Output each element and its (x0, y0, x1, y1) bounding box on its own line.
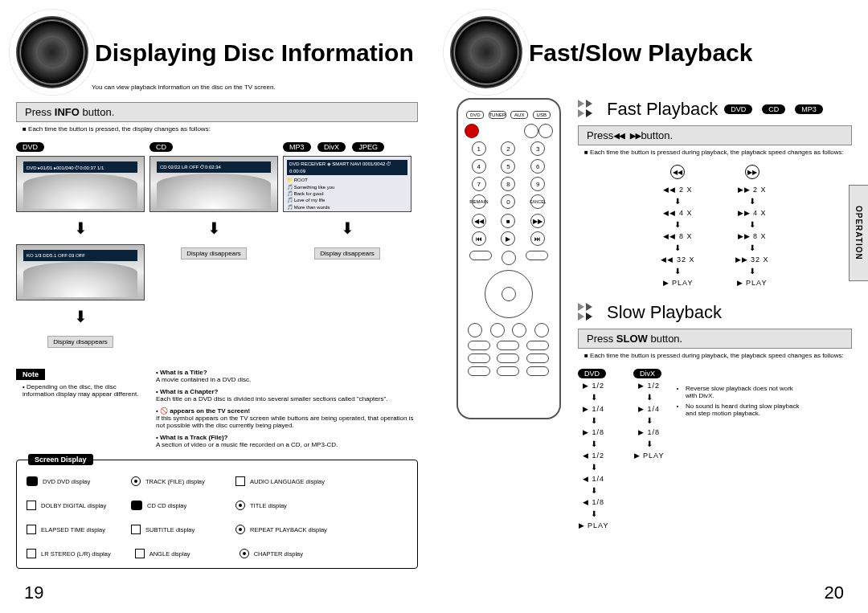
instruction-press-slow: Press SLOW button. (578, 329, 852, 349)
pill-dvd: DVD (724, 104, 752, 114)
display-disappears-cd: Display disappears (181, 247, 247, 260)
caveat-2: No sound is heard during slow playback a… (686, 403, 805, 417)
legend-icon (131, 476, 141, 486)
section-slow-playback: Slow Playback (578, 301, 852, 324)
page-header-left: Displaying Disc Information (16, 16, 418, 88)
slow-dvd-ladder: DVD ▶ 1/2⬇ ▶ 1/4⬇ ▶ 1/8⬇ ◀ 1/2⬇ ◀ 1/4⬇ ◀… (578, 369, 609, 529)
rewind-button-icon: ◀◀ (670, 165, 685, 179)
page-header-right: Fast/Slow Playback (450, 16, 852, 88)
a-track: A section of video or a music file recor… (156, 441, 418, 448)
slow-divx-ladder: DivX ▶ 1/2⬇ ▶ 1/4⬇ ▶ 1/8⬇ ▶ PLAY (633, 369, 665, 529)
note-text: • Depending on the disc, the disc inform… (16, 383, 145, 398)
instruction-press-info: Press INFO button. (16, 102, 418, 122)
forward-ladder: ▶▶ ▶▶ 2 X⬇ ▶▶ 4 X⬇ ▶▶ 8 X⬇ ▶▶ 32 X⬇ ▶ PL… (735, 165, 769, 287)
a-chapter: Each title on a DVD disc is divided into… (156, 395, 418, 403)
down-arrow-icon: ⬇ (283, 219, 411, 238)
legend-icon (235, 476, 245, 486)
legend-icon (135, 549, 145, 558)
pill-dvd: DVD (578, 369, 606, 378)
legend-icon (240, 549, 249, 558)
speaker-ornament-icon (16, 16, 88, 88)
section-arrows-icon (578, 98, 600, 121)
legend-icon (27, 549, 36, 558)
legend-icon (27, 501, 36, 510)
speaker-ornament-icon (450, 16, 522, 88)
screen-display-legend: Screen Display DVD DVD display TRACK (FI… (16, 460, 418, 569)
osd-mp3: MP3 DivX JPEG DVD RECEIVER ◈ SMART NAVI … (283, 138, 411, 348)
down-arrow-icon: ⬇ (16, 307, 145, 326)
section-arrows-icon (578, 301, 600, 324)
legend-icon (27, 476, 38, 486)
rewind-ladder: ◀◀ ◀◀ 2 X⬇ ◀◀ 4 X⬇ ◀◀ 8 X⬇ ◀◀ 32 X⬇ ▶ PL… (661, 165, 694, 287)
q-tv: • 🚫 appears on the TV screen! (156, 407, 418, 415)
pill-mp3: MP3 (283, 142, 311, 152)
legend-title: Screen Display (28, 454, 93, 465)
press-text: Press (25, 106, 55, 118)
pill-cd: CD (149, 142, 173, 152)
page-20: Fast/Slow Playback DVDTUNERAUXUSB 123 45… (434, 0, 868, 613)
q-title: • What is a Title? (156, 369, 418, 376)
subtitle-left: You can view playback information on the… (92, 84, 397, 91)
legend-icon (235, 525, 245, 534)
osd-cd: CD CD 02/22 LR OFF ⏱0:02:34 ⬇ Display di… (149, 138, 278, 348)
slow-speed-ladders: DVD ▶ 1/2⬇ ▶ 1/4⬇ ▶ 1/8⬇ ◀ 1/2⬇ ◀ 1/4⬇ ◀… (578, 369, 665, 529)
a-title: A movie contained in a DVD disc. (156, 376, 418, 383)
pill-cd: CD (762, 104, 785, 114)
osd-img-dvd-2: KO 1/3 DD5.1 OFF 03 OFF (16, 244, 145, 300)
side-tab-operation: OPERATION (849, 185, 868, 281)
rewind-forward-icon: ◀◀ ▶▶ (613, 129, 641, 141)
osd-img-cd: CD 02/22 LR OFF ⏱0:02:34 (149, 156, 278, 212)
legend-icon (131, 525, 141, 534)
note-badge: Note (16, 369, 45, 380)
slow-caveats: Reverse slow playback does not work with… (676, 385, 805, 529)
osd-row: DVD DVD ▸01/01 ▸001/040 ⏱0:00:37 1/1 ⬇ K… (16, 138, 418, 348)
down-arrow-icon: ⬇ (16, 219, 145, 238)
info-word: INFO (55, 106, 80, 118)
page-number-19: 19 (24, 582, 43, 603)
pill-dvd: DVD (16, 142, 44, 152)
remote-control-illustration: DVDTUNERAUXUSB 123 456 789 REMAIN0CANCEL… (457, 98, 561, 419)
legend-icon (131, 501, 142, 510)
display-disappears-dvd: Display disappears (47, 336, 113, 348)
slow-note: ■ Each time the button is pressed during… (578, 352, 852, 360)
pill-divx: DivX (633, 369, 661, 378)
legend-icon (27, 525, 36, 534)
fast-playback-title: Fast Playback (607, 99, 718, 120)
osd-img-dvd: DVD ▸01/01 ▸001/040 ⏱0:00:37 1/1 (16, 156, 145, 212)
q-chapter: • What is a Chapter? (156, 388, 418, 395)
button-word: button. (80, 106, 114, 118)
osd-list: DVD RECEIVER ◈ SMART NAVI 0001/0042 ⏱0:0… (283, 156, 411, 212)
page-title-left: Displaying Disc Information (95, 39, 414, 66)
caveat-1: Reverse slow playback does not work with… (686, 385, 805, 399)
page-number-20: 20 (825, 582, 844, 603)
forward-button-icon: ▶▶ (745, 165, 760, 179)
display-disappears-mp3: Display disappears (314, 247, 380, 260)
pill-divx: DivX (317, 142, 346, 152)
definitions: • What is a Title? A movie contained in … (156, 364, 418, 448)
fast-speed-ladders: ◀◀ ◀◀ 2 X⬇ ◀◀ 4 X⬇ ◀◀ 8 X⬇ ◀◀ 32 X⬇ ▶ PL… (578, 165, 852, 287)
osd-dvd: DVD DVD ▸01/01 ▸001/040 ⏱0:00:37 1/1 ⬇ K… (16, 138, 145, 348)
q-track: • What is a Track (File)? (156, 434, 418, 441)
fast-note: ■ Each time the button is pressed during… (578, 149, 852, 157)
pill-jpeg: JPEG (352, 142, 384, 152)
slow-playback-title: Slow Playback (607, 302, 722, 323)
a-tv: If this symbol appears on the TV screen … (156, 415, 418, 429)
info-press-note: ■ Each time the button is pressed, the d… (16, 125, 418, 133)
page-19: Displaying Disc Information You can view… (0, 0, 434, 613)
down-arrow-icon: ⬇ (149, 219, 278, 238)
instruction-press-ffrw: Press ◀◀ ▶▶ button. (578, 125, 852, 145)
page-title-right: Fast/Slow Playback (529, 39, 752, 66)
pill-mp3: MP3 (795, 104, 823, 114)
legend-icon (235, 501, 245, 510)
section-fast-playback: Fast Playback DVD CD MP3 (578, 98, 852, 121)
